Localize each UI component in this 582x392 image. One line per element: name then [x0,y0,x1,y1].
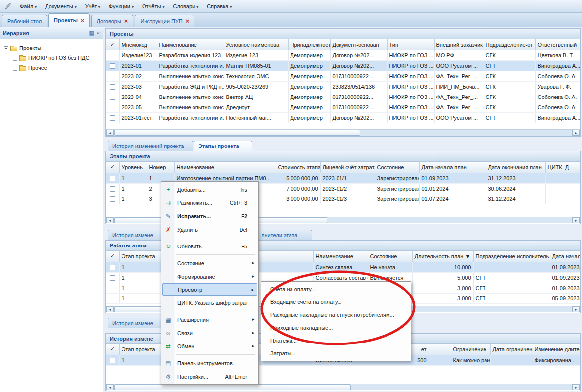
context-menu-item[interactable]: ⚙Настройки...Alt+Enter [162,370,257,383]
scroll-right-icon[interactable]: ► [572,306,580,312]
row-checkbox[interactable] [110,53,115,58]
scroll-right-icon[interactable]: ► [572,384,580,390]
row-select-cell[interactable] [106,194,119,204]
row-checkbox[interactable] [110,265,115,270]
tab-close-icon[interactable]: × [186,18,190,24]
row-checkbox[interactable] [110,286,115,291]
tree-item[interactable]: Прочее [3,63,103,73]
context-menu-item[interactable]: ✗УдалитьDel [162,223,257,236]
row-select-cell[interactable] [106,183,119,194]
submenu-item[interactable]: Приходные накладные... [262,321,410,334]
column-header[interactable]: Наименование [313,251,368,262]
tab-close-icon[interactable]: × [124,18,128,24]
column-header[interactable]: Условное наименова [224,39,288,50]
context-menu-item[interactable]: ▦Расширения► [162,313,257,326]
table-row[interactable]: 2023-02Выполнение опытно-конс...Технолог… [106,71,580,81]
row-select-cell[interactable] [106,283,119,293]
row-select-cell[interactable] [106,355,119,365]
row-checkbox[interactable] [110,115,115,121]
table-row[interactable]: 2023-03Разработка ЭКД и РКД н...905-U020… [106,81,580,92]
column-header[interactable]: Внешний заказчик [434,39,484,50]
context-menu-item[interactable]: ⇄Обмен► [162,340,257,353]
menubar-item[interactable]: Функции▾ [105,1,138,12]
row-select-cell[interactable] [106,293,119,303]
column-header[interactable]: Стоимость этапа [276,162,320,173]
scroll-right-icon[interactable]: ► [572,217,580,223]
row-select-cell[interactable] [106,50,119,60]
column-header[interactable]: Этап проекта [119,344,163,355]
context-menu-item[interactable]: Формирование► [162,270,257,283]
submenu-item[interactable]: Затраты... [262,347,410,360]
menubar-item[interactable]: Справка▾ [203,1,236,12]
scroll-left-icon[interactable]: ◄ [106,217,114,223]
row-select-cell[interactable] [106,112,119,123]
context-menu-item[interactable]: Просмотр► [162,283,257,296]
select-all-header[interactable]: ✓ [106,39,119,50]
tab-close-icon[interactable]: × [81,17,85,24]
submenu-item[interactable]: Счета на оплату... [262,283,410,295]
context-menu-item[interactable]: ↻ОбновитьF5 [162,240,257,253]
tree-expander-icon[interactable] [4,46,8,50]
row-select-cell[interactable] [106,81,119,92]
menubar-item[interactable]: Словари▾ [169,1,203,12]
scroll-left-icon[interactable]: ◄ [106,384,114,390]
table-row[interactable]: 2023-04Выполнение опытно-конс...Вектор-А… [106,92,580,102]
context-menu-item[interactable]: Состояние► [162,256,257,270]
submenu-item[interactable]: Платежи... [262,334,410,347]
row-checkbox[interactable] [110,358,115,363]
select-all-header[interactable]: ✓ [106,251,119,262]
column-header[interactable]: Подразделение-от [484,39,535,50]
collapse-panel-icon[interactable]: « [97,30,100,36]
table-row[interactable]: Изделие123Разработка изделия 123Изделие-… [106,50,580,60]
table-row[interactable]: 2023-01Разработка технологии и...Магнит … [106,60,580,71]
column-header[interactable]: Состояние [375,162,419,173]
context-menu-item[interactable]: ЦИТК. Указать шифр затрат.. [162,296,257,309]
row-checkbox[interactable] [110,84,115,90]
row-checkbox[interactable] [110,176,115,181]
menubar-item[interactable]: Документы▾ [41,1,81,12]
column-header[interactable]: Дата окончания план [486,162,545,173]
submenu-item[interactable]: Расходные накладные на отпуск потребител… [262,308,410,321]
context-menu-item[interactable]: ∞Связи► [162,326,257,340]
grid-view-icon[interactable]: ▦ [89,30,94,36]
column-header[interactable]: Длительность план ▼ [412,251,473,262]
scroll-left-icon[interactable]: ◄ [106,130,114,136]
column-header[interactable]: Дата начал [550,251,580,262]
column-header[interactable]: Наименование [157,39,224,50]
context-menu-item[interactable]: +Добавить...Ins [162,183,257,196]
row-checkbox[interactable] [110,196,115,202]
row-checkbox[interactable] [110,63,115,69]
menubar-item[interactable]: Учёт▾ [81,1,105,12]
table-row[interactable]: 2023-01тестРазработка технологии и...Пос… [106,112,580,123]
column-header[interactable]: Ответственный [535,39,580,50]
column-header[interactable]: Изменение длите [533,344,580,355]
main-tab[interactable]: Рабочий стол [2,15,47,27]
column-header[interactable]: Наименование [174,162,276,173]
column-header[interactable]: Документ-основан [330,39,387,50]
column-header[interactable]: Дата ограничения [490,344,533,355]
row-checkbox[interactable] [110,105,115,110]
column-header[interactable]: Уровень [119,162,147,173]
column-header[interactable]: Состояние [368,251,412,262]
row-select-cell[interactable] [106,173,119,183]
main-tab[interactable]: Проекты× [48,13,90,27]
menubar-item[interactable]: Файл▾ [16,1,41,12]
row-select-cell[interactable] [106,102,119,112]
scroll-thumb[interactable] [114,384,351,390]
select-all-header[interactable]: ✓ [106,162,119,173]
row-checkbox[interactable] [110,275,115,281]
row-select-cell[interactable] [106,92,119,102]
scroll-thumb[interactable] [114,130,360,136]
context-menu-item[interactable]: ⇉Размножить...Ctrl+F3 [162,196,257,209]
row-checkbox[interactable] [110,74,115,79]
column-header[interactable]: Принадлежность [288,39,330,50]
tree-item[interactable]: Проекты [3,43,103,53]
column-header[interactable]: Этап проекта [119,251,163,262]
column-header[interactable]: Мнемокод [119,39,157,50]
row-select-cell[interactable] [106,71,119,81]
scroll-left-icon[interactable]: ◄ [106,306,114,312]
table-row[interactable]: 2023-05Выполнение опытно-конс...Дредноут… [106,102,580,112]
column-header[interactable]: Дата начала план [419,162,486,173]
tree-item[interactable]: НИОКР по ГОЗ без НДС [3,53,103,63]
column-header[interactable]: Ограничение [451,344,490,355]
